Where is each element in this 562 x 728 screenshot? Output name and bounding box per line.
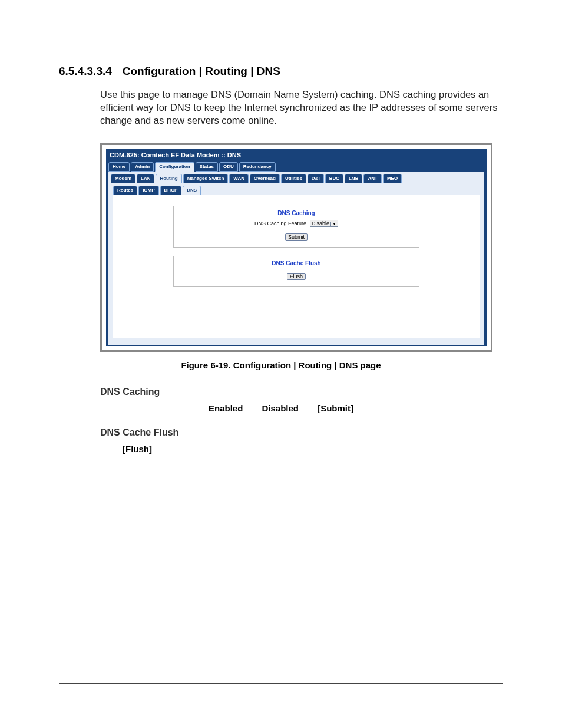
tab-configuration[interactable]: Configuration bbox=[155, 162, 194, 172]
dns-cache-flush-panel: DNS Cache Flush Flush bbox=[173, 256, 419, 287]
dns-caching-panel: DNS Caching DNS Caching Feature Disable … bbox=[173, 206, 419, 248]
intro-paragraph: Use this page to manage DNS (Domain Name… bbox=[100, 88, 503, 127]
footer-divider bbox=[59, 683, 503, 684]
subheading-dns-caching: DNS Caching bbox=[100, 387, 503, 397]
tab-buc[interactable]: BUC bbox=[325, 174, 343, 183]
option-disabled: Disabled bbox=[262, 403, 299, 413]
tab-d-i[interactable]: D&I bbox=[308, 174, 324, 183]
tab-dns[interactable]: DNS bbox=[183, 186, 201, 195]
tab-routing[interactable]: Routing bbox=[156, 174, 181, 183]
section-title: Configuration | Routing | DNS bbox=[123, 65, 280, 77]
panel-legend: DNS Cache Flush bbox=[178, 260, 414, 266]
tab-odu[interactable]: ODU bbox=[219, 162, 238, 172]
tab-dhcp[interactable]: DHCP bbox=[160, 186, 182, 195]
tab-managed-switch[interactable]: Managed Switch bbox=[183, 174, 229, 183]
content-area: DNS Caching DNS Caching Feature Disable … bbox=[113, 195, 480, 338]
subheading-dns-cache-flush: DNS Cache Flush bbox=[100, 427, 503, 438]
submit-button[interactable]: Submit bbox=[285, 233, 308, 241]
options-line: Enabled Disabled [Submit] bbox=[59, 403, 503, 413]
section-heading: 6.5.4.3.3.4Configuration | Routing | DNS bbox=[59, 65, 503, 78]
tab-routes[interactable]: Routes bbox=[113, 186, 137, 195]
tab-ant[interactable]: ANT bbox=[363, 174, 381, 183]
flush-text: [Flush] bbox=[123, 444, 503, 454]
document-page: 6.5.4.3.3.4Configuration | Routing | DNS… bbox=[0, 0, 562, 728]
flush-button[interactable]: Flush bbox=[287, 273, 306, 280]
screenshot-figure: CDM-625: Comtech EF Data Modem :: DNS Ho… bbox=[100, 143, 492, 352]
panel-legend: DNS Caching bbox=[178, 210, 414, 216]
tab-modem[interactable]: Modem bbox=[111, 174, 135, 183]
tab-row-2: ModemLANRoutingManaged SwitchWANOverhead… bbox=[111, 173, 482, 183]
tab-redundancy[interactable]: Redundancy bbox=[239, 162, 276, 172]
tab-lan[interactable]: LAN bbox=[137, 174, 154, 183]
tab-admin[interactable]: Admin bbox=[131, 162, 154, 172]
tab-overhead[interactable]: Overhead bbox=[250, 174, 280, 183]
window-titlebar: CDM-625: Comtech EF Data Modem :: DNS bbox=[106, 149, 487, 161]
section-number: 6.5.4.3.3.4 bbox=[59, 65, 112, 78]
figure-caption: Figure 6-19. Configuration | Routing | D… bbox=[59, 360, 503, 370]
tab-row-3: RoutesIGMPDHCPDNS bbox=[113, 185, 480, 195]
tab-igmp[interactable]: IGMP bbox=[138, 186, 158, 195]
option-enabled: Enabled bbox=[209, 403, 243, 413]
tab-utilities[interactable]: Utilities bbox=[281, 174, 306, 183]
tab-home[interactable]: Home bbox=[108, 162, 130, 172]
tab-status[interactable]: Status bbox=[196, 162, 218, 172]
tabs-area: HomeAdminConfigurationStatusODURedundanc… bbox=[106, 161, 487, 346]
tab-meo[interactable]: MEO bbox=[383, 174, 402, 183]
dns-caching-select[interactable]: Disable ▼ bbox=[310, 220, 338, 227]
tab-wan[interactable]: WAN bbox=[229, 174, 249, 183]
tab-lnb[interactable]: LNB bbox=[345, 174, 362, 183]
field-label: DNS Caching Feature bbox=[254, 220, 306, 226]
chevron-down-icon: ▼ bbox=[330, 222, 336, 226]
tab-row-1: HomeAdminConfigurationStatusODURedundanc… bbox=[108, 161, 484, 172]
option-submit: [Submit] bbox=[318, 403, 353, 413]
select-value: Disable bbox=[312, 220, 329, 226]
